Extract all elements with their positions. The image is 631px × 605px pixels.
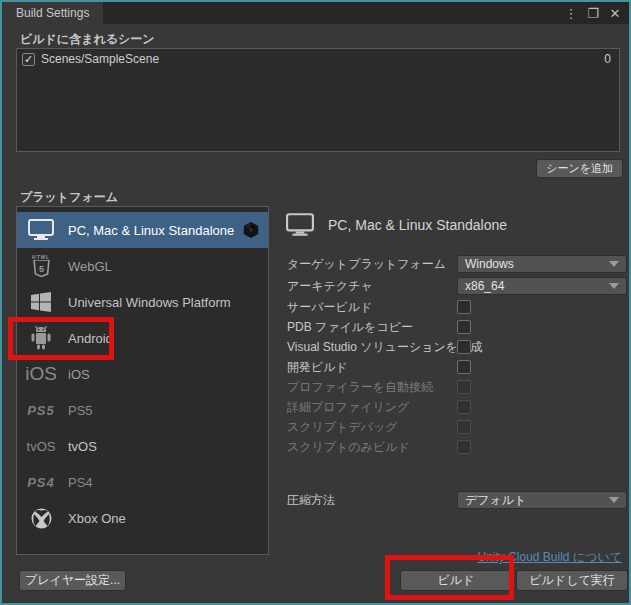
selected-platform-title: PC, Mac & Linux Standalone [328, 217, 507, 233]
scene-row[interactable]: ✓ Scenes/SampleScene 0 [17, 49, 619, 69]
deep-profiling-checkbox [457, 400, 471, 414]
ps5-logo-icon: PS5 [26, 403, 56, 418]
chevron-down-icon [609, 497, 619, 503]
chevron-down-icon [609, 283, 619, 289]
server-build-label: サーバービルド [287, 299, 457, 316]
close-icon[interactable]: ✕ [607, 6, 623, 21]
target-platform-dropdown[interactable]: Windows [457, 255, 627, 273]
autoconnect-profiler-checkbox [457, 380, 471, 394]
server-build-checkbox[interactable] [457, 300, 471, 314]
platform-item-label: Universal Windows Platform [68, 295, 231, 310]
script-debugging-label: スクリプトデバッグ [287, 419, 457, 436]
ps4-logo-icon: PS4 [26, 475, 56, 490]
compression-method-dropdown[interactable]: デフォルト [457, 491, 627, 509]
platform-item-label: Xbox One [68, 511, 126, 526]
development-build-label: 開発ビルド [287, 359, 457, 376]
unity-logo-icon [242, 221, 260, 239]
autoconnect-profiler-label: プロファイラーを自動接続 [287, 379, 457, 396]
platform-item-tvos[interactable]: tvOS tvOS [17, 428, 268, 464]
build-and-run-button[interactable]: ビルドして実行 [516, 570, 628, 591]
platform-item-pc-standalone[interactable]: PC, Mac & Linux Standalone [17, 212, 268, 248]
html5-icon: HTML 5 [26, 255, 56, 277]
create-vs-solution-checkbox[interactable] [457, 340, 471, 354]
annotation-rect-build-button [385, 555, 514, 600]
window-title: Build Settings [16, 6, 89, 20]
copy-pdb-label: PDB ファイルをコピー [287, 319, 457, 336]
platform-list: PC, Mac & Linux Standalone HTML 5 WebGL … [16, 206, 269, 555]
scripts-only-build-label: スクリプトのみビルド [287, 439, 457, 456]
script-debugging-checkbox [457, 420, 471, 434]
platform-item-ps5[interactable]: PS5 PS5 [17, 392, 268, 428]
scripts-only-build-checkbox [457, 440, 471, 454]
platform-item-ps4[interactable]: PS4 PS4 [17, 464, 268, 500]
scenes-in-build-label: ビルドに含まれるシーン [20, 31, 155, 48]
platform-item-xbox-one[interactable]: Xbox One [17, 500, 268, 536]
development-build-checkbox[interactable] [457, 360, 471, 374]
annotation-rect-android [8, 317, 114, 360]
window-tab[interactable]: Build Settings [2, 2, 103, 24]
architecture-label: アーキテクチャ [287, 278, 457, 295]
platform-settings: ターゲットプラットフォーム Windows アーキテクチャ x86_64 サーバ… [287, 255, 627, 459]
platform-item-webgl[interactable]: HTML 5 WebGL [17, 248, 268, 284]
ios-logo-icon: iOS [26, 363, 56, 385]
deep-profiling-label: 詳細プロファイリング [287, 399, 457, 416]
platform-item-label: PS4 [68, 475, 93, 490]
scene-checkbox[interactable]: ✓ [22, 53, 35, 66]
platform-item-label: iOS [68, 367, 90, 382]
copy-pdb-checkbox[interactable] [457, 320, 471, 334]
scene-name: Scenes/SampleScene [41, 52, 604, 66]
build-settings-window: Build Settings ⋮ ❐ ✕ ビルドに含まれるシーン ✓ Scene… [0, 0, 631, 605]
platform-label: プラットフォーム [20, 189, 118, 206]
platform-item-label: WebGL [68, 259, 112, 274]
chevron-down-icon [609, 261, 619, 267]
title-bar: Build Settings ⋮ ❐ ✕ [2, 2, 629, 24]
platform-item-label: tvOS [68, 439, 97, 454]
xbox-icon [26, 508, 56, 529]
monitor-icon [286, 213, 314, 237]
target-platform-label: ターゲットプラットフォーム [287, 256, 457, 273]
create-vs-solution-label: Visual Studio ソリューションを作成 [287, 339, 457, 356]
platform-item-ios[interactable]: iOS iOS [17, 356, 268, 392]
windows-icon [26, 292, 56, 312]
compression-method-label: 圧縮方法 [287, 492, 457, 509]
scene-list[interactable]: ✓ Scenes/SampleScene 0 [16, 48, 620, 152]
scene-index: 0 [604, 52, 611, 66]
kebab-menu-icon[interactable]: ⋮ [563, 6, 579, 21]
architecture-dropdown[interactable]: x86_64 [457, 277, 627, 295]
svg-text:5: 5 [38, 264, 43, 274]
platform-item-label: PS5 [68, 403, 93, 418]
tvos-logo-icon: tvOS [26, 439, 56, 454]
add-open-scenes-button[interactable]: シーンを追加 [536, 159, 623, 178]
platform-item-uwp[interactable]: Universal Windows Platform [17, 284, 268, 320]
player-settings-button[interactable]: プレイヤー設定... [19, 570, 126, 591]
monitor-icon [26, 219, 56, 241]
platform-item-label: PC, Mac & Linux Standalone [68, 223, 234, 238]
maximize-icon[interactable]: ❐ [585, 6, 601, 21]
